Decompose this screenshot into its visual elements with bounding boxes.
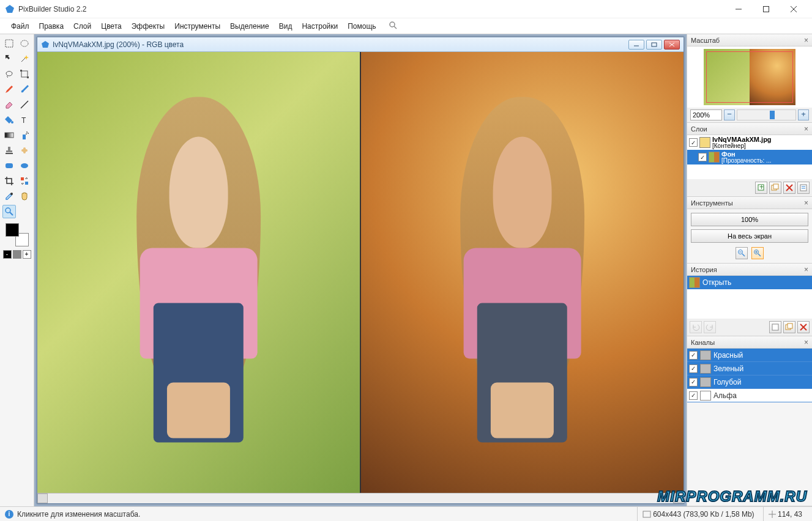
swatch-white[interactable]: + xyxy=(23,250,31,259)
menu-selection[interactable]: Выделение xyxy=(226,20,273,32)
document-titlebar[interactable]: IvNqVMAakXM.jpg (200%) - RGB цвета xyxy=(37,37,683,52)
tool-gradient[interactable] xyxy=(2,128,16,142)
status-dimensions: 604x443 xyxy=(653,510,681,519)
svg-point-8 xyxy=(21,40,28,46)
tool-fill[interactable] xyxy=(2,113,16,127)
tool-text[interactable]: T xyxy=(18,113,31,127)
menu-edit[interactable]: Правка xyxy=(35,20,68,32)
image-before xyxy=(37,52,360,493)
tool-eyedropper[interactable] xyxy=(2,190,16,203)
history-title: История xyxy=(691,266,717,273)
zoom-in-tool-button[interactable] xyxy=(751,247,764,259)
foreground-color-swatch[interactable] xyxy=(6,223,19,237)
fit-screen-button[interactable]: На весь экран xyxy=(691,229,808,243)
channel-label: Красный xyxy=(713,351,743,360)
search-icon[interactable] xyxy=(385,19,401,33)
menu-colors[interactable]: Цвета xyxy=(97,20,125,32)
history-delete-button[interactable] xyxy=(797,321,810,333)
zoom-100-button[interactable]: 100% xyxy=(691,213,808,226)
history-new-button[interactable] xyxy=(769,321,781,333)
tool-heal[interactable] xyxy=(18,144,31,157)
svg-point-5 xyxy=(390,22,395,27)
navigator-close-icon[interactable]: × xyxy=(804,36,808,45)
channel-checkbox[interactable]: ✓ xyxy=(689,364,698,373)
menu-layer[interactable]: Слой xyxy=(70,20,95,32)
menu-file[interactable]: Файл xyxy=(7,20,33,32)
swatch-gray[interactable] xyxy=(13,250,21,259)
window-close-button[interactable] xyxy=(780,1,807,18)
doc-maximize-button[interactable] xyxy=(646,40,662,50)
layer-visibility-checkbox[interactable]: ✓ xyxy=(698,153,707,161)
tool-zoom[interactable] xyxy=(2,205,16,218)
history-item[interactable]: Открыть xyxy=(687,276,812,289)
channel-checkbox[interactable]: ✓ xyxy=(689,378,698,386)
channel-red-row[interactable]: ✓Красный xyxy=(687,349,812,362)
tool-ellipse-shape[interactable] xyxy=(18,159,31,172)
tool-hand[interactable] xyxy=(18,190,31,203)
channel-checkbox[interactable]: ✓ xyxy=(689,351,698,360)
tool-lasso[interactable] xyxy=(2,67,16,81)
tool-wand[interactable] xyxy=(18,52,31,65)
scroll-left-button[interactable] xyxy=(37,493,48,503)
layer-visibility-checkbox[interactable]: ✓ xyxy=(689,138,698,147)
undo-button[interactable] xyxy=(690,321,702,333)
right-panels: Масштаб× − + Слои× ✓ IvNqVMAakXM.jpg[Кон… xyxy=(687,34,812,506)
new-layer-button[interactable]: + xyxy=(755,182,767,194)
svg-rect-7 xyxy=(6,40,13,47)
dimensions-icon xyxy=(643,511,651,518)
layer-container-row[interactable]: ✓ IvNqVMAakXM.jpg[Контейнер] xyxy=(687,135,812,150)
tool-ellipse-select[interactable] xyxy=(18,37,31,50)
tool-stamp[interactable] xyxy=(2,144,16,157)
horizontal-scrollbar[interactable] xyxy=(37,493,683,503)
channel-blue-row[interactable]: ✓Голубой xyxy=(687,375,812,389)
tool-eraser[interactable] xyxy=(2,98,16,111)
status-hint: Кликните для изменения масштаба. xyxy=(17,510,140,519)
window-minimize-button[interactable] xyxy=(724,1,752,18)
zoom-in-button[interactable]: + xyxy=(798,109,809,120)
tool-transform[interactable] xyxy=(18,67,31,81)
tool-replace-color[interactable] xyxy=(18,174,31,188)
menu-view[interactable]: Вид xyxy=(275,20,296,32)
tool-move[interactable] xyxy=(2,52,16,65)
tool-brush[interactable] xyxy=(18,83,31,96)
doc-minimize-button[interactable] xyxy=(628,40,644,50)
channel-label: Зеленый xyxy=(713,364,743,373)
zoom-slider[interactable] xyxy=(737,109,796,120)
tool-crop[interactable] xyxy=(2,174,16,188)
document-canvas[interactable] xyxy=(37,52,683,493)
tool-pencil[interactable] xyxy=(2,83,16,96)
delete-layer-button[interactable] xyxy=(783,182,795,194)
tool-rect-shape[interactable] xyxy=(2,159,16,172)
channel-checkbox[interactable]: ✓ xyxy=(689,391,698,400)
layer-properties-button[interactable] xyxy=(797,182,810,194)
navigator-title: Масштаб xyxy=(691,37,720,44)
svg-line-32 xyxy=(10,212,13,215)
menu-settings[interactable]: Настройки xyxy=(298,20,341,32)
navigator-thumbnail[interactable] xyxy=(687,46,812,108)
channels-close-icon[interactable]: × xyxy=(804,338,808,347)
channel-alpha-row[interactable]: ✓Альфа xyxy=(687,389,812,402)
zoom-out-tool-button[interactable] xyxy=(736,247,748,259)
zoom-input[interactable] xyxy=(690,109,722,120)
redo-button[interactable] xyxy=(704,321,716,333)
layers-close-icon[interactable]: × xyxy=(804,125,808,133)
scroll-right-button[interactable] xyxy=(673,493,683,503)
instruments-close-icon[interactable]: × xyxy=(804,199,808,207)
history-snapshot-button[interactable] xyxy=(783,321,795,333)
history-close-icon[interactable]: × xyxy=(804,265,808,274)
tool-spray[interactable] xyxy=(18,128,31,142)
swatch-black[interactable]: - xyxy=(3,250,12,259)
color-swatches[interactable] xyxy=(6,223,29,246)
menu-help[interactable]: Помощь xyxy=(344,20,379,32)
duplicate-layer-button[interactable] xyxy=(769,182,781,194)
tool-line[interactable] xyxy=(18,98,31,111)
menu-tools[interactable]: Инструменты xyxy=(171,20,224,32)
doc-close-button[interactable] xyxy=(664,40,680,50)
menu-effects[interactable]: Эффекты xyxy=(128,20,169,32)
navigator-viewport-rect[interactable] xyxy=(706,51,793,103)
channel-green-row[interactable]: ✓Зеленый xyxy=(687,362,812,375)
window-maximize-button[interactable] xyxy=(752,1,780,18)
zoom-out-button[interactable]: − xyxy=(724,109,735,120)
tool-rect-select[interactable] xyxy=(2,37,16,50)
layer-background-row[interactable]: ✓ Фон[Прозрачность: ... xyxy=(687,150,812,164)
